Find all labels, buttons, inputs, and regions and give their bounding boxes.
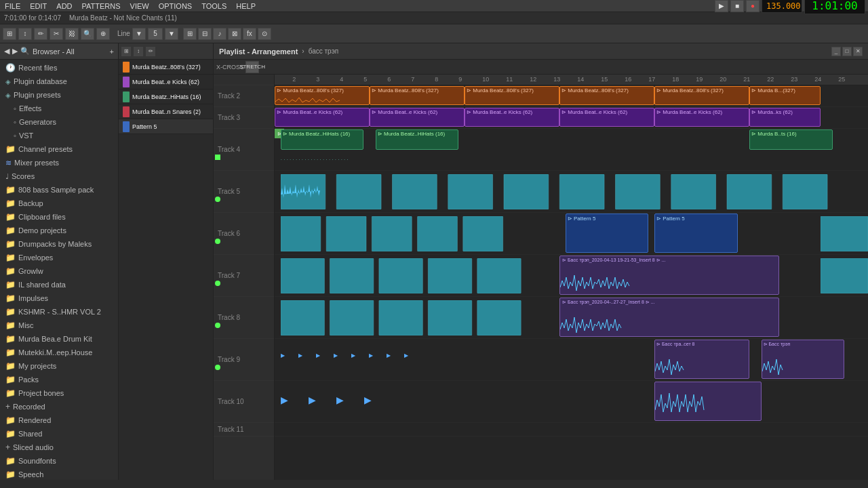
clip-808-3[interactable]: ⊳ Murda Beatz..808's (327)	[465, 86, 559, 105]
sidebar-item-sliced[interactable]: + Sliced audio	[0, 441, 118, 454]
sidebar-item-misc[interactable]: 📁 Misc	[0, 319, 118, 332]
sidebar-item-backup[interactable]: 📁 Backup	[0, 197, 118, 210]
sidebar-item-demo[interactable]: 📁 Demo projects	[0, 224, 118, 237]
clip-bass-trap-9a[interactable]: ⊳ Басс тра..сет 8	[654, 340, 749, 379]
track-label-2: Track 2	[214, 85, 274, 107]
clip-kicks-6[interactable]: ⊳ Murda..ks (62)	[749, 108, 821, 127]
pattern-header-btn2[interactable]: ↕	[134, 47, 143, 56]
sidebar-forward-btn[interactable]: ▶	[12, 47, 18, 56]
clip-pattern5-1[interactable]: ⊳ Pattern 5	[566, 214, 649, 253]
tb-browser[interactable]: ⊙	[258, 28, 271, 40]
pattern-item-pattern5[interactable]: Pattern 5	[119, 119, 213, 134]
tb-btn-6[interactable]: 🔍	[81, 28, 94, 40]
sidebar-item-kshmr[interactable]: 📁 KSHMR - S..HMR VOL 2	[0, 305, 118, 319]
menu-help[interactable]: HELP	[234, 2, 258, 10]
clip-bass-trap-9b[interactable]: ⊳ Басс трэп	[762, 340, 845, 379]
tb-btn-3[interactable]: ✏	[34, 28, 47, 40]
clip-kicks-2[interactable]: ⊳ Murda Beat..e Kicks (62)	[370, 108, 465, 127]
sidebar-add-btn[interactable]: +	[110, 47, 114, 56]
playlist-maximize-btn[interactable]: □	[842, 47, 852, 56]
clip-808-2[interactable]: ⊳ Murda Beatz..808's (327)	[370, 86, 465, 105]
tb-btn-8[interactable]: ▼	[132, 28, 146, 40]
pattern-header-btn1[interactable]: ⊞	[121, 47, 131, 56]
pattern-item-808[interactable]: Murda Beatz..808's (327)	[119, 60, 213, 75]
sidebar-item-murda-drum[interactable]: 📁 Murda Bea.e Drum Kit	[0, 332, 118, 346]
clip-kicks-4[interactable]: ⊳ Murda Beat..e Kicks (62)	[559, 108, 654, 127]
tb-btn-5[interactable]: ⛓	[65, 28, 79, 40]
tb-btn-7[interactable]: ⊕	[96, 28, 110, 40]
sidebar-item-drumpacks[interactable]: 📁 Drumpacks by Maleks	[0, 237, 118, 251]
clip-hihat-2[interactable]: ⊳ Murda Beatz..HiHats (16)	[376, 129, 459, 150]
sidebar-item-mixer-presets[interactable]: ≋ Mixer presets	[0, 156, 118, 169]
sidebar-search-btn[interactable]: 🔍	[20, 47, 30, 56]
tb-mix[interactable]: ⊞	[183, 28, 197, 40]
tb-fx[interactable]: fx	[243, 28, 256, 40]
sidebar-item-generators[interactable]: ◦ Generators	[0, 115, 118, 129]
sidebar-item-impulses[interactable]: 📁 Impulses	[0, 291, 118, 305]
sidebar-item-channel-presets[interactable]: 📁 Channel presets	[0, 142, 118, 156]
sidebar-item-scores[interactable]: ♩ Scores	[0, 169, 118, 183]
sidebar-item-recent[interactable]: 🕐 Recent files	[0, 61, 118, 75]
sidebar-item-myprojects[interactable]: 📁 My projects	[0, 359, 118, 373]
transport-record[interactable]: ●	[746, 0, 760, 12]
tb-arr[interactable]: ⊟	[198, 28, 212, 40]
clip-808-5[interactable]: ⊳ Murda Beatz..808's (327)	[654, 86, 749, 105]
pattern-item-hihats[interactable]: Murda Beatz..HiHats (16)	[119, 89, 213, 104]
tb-btn-9[interactable]: ▼	[165, 28, 178, 40]
pattern-item-snares[interactable]: Murda Beat..n Snares (2)	[119, 104, 213, 119]
clip-bass-trap-8[interactable]: ⊳ Басс трэп_2020-04-..27-27_Insert 8 ⊳ .…	[559, 298, 779, 337]
clip-kicks-3[interactable]: ⊳ Murda Beat..e Kicks (62)	[465, 108, 559, 127]
playlist-minimize-btn[interactable]: _	[831, 47, 841, 56]
tb-step[interactable]: ⊠	[228, 28, 241, 40]
svg-rect-15	[821, 216, 868, 251]
pattern-item-kicks[interactable]: Murda Beat..e Kicks (62)	[119, 75, 213, 89]
transport-play[interactable]: ▶	[715, 0, 728, 12]
clip-track10-end[interactable]	[654, 382, 762, 421]
sidebar-item-mutekki[interactable]: 📁 Mutekki.M..eep.House	[0, 346, 118, 359]
sidebar-item-rendered[interactable]: 📁 Rendered	[0, 413, 118, 427]
menu-add[interactable]: ADD	[54, 2, 74, 10]
tempo-display[interactable]: 135.000	[762, 0, 802, 13]
tb-piano[interactable]: ♪	[213, 28, 226, 40]
menu-tools[interactable]: TOOLS	[199, 2, 229, 10]
clip-hihat-1[interactable]: ⊳ Murda Beatz..HiHats (16)	[281, 129, 364, 150]
clip-hihat-end[interactable]: ⊳ Murda B..ts (16)	[749, 129, 833, 150]
sidebar-item-shared[interactable]: 📁 Shared	[0, 427, 118, 441]
pattern-header-btn3[interactable]: ✏	[146, 47, 155, 56]
tb-snap-value[interactable]: 5	[148, 28, 163, 40]
svg-rect-12	[372, 216, 412, 251]
sidebar-item-recorded[interactable]: + Recorded	[0, 400, 118, 413]
tb-btn-4[interactable]: ✂	[50, 28, 63, 40]
sidebar-item-clipboard[interactable]: 📁 Clipboard files	[0, 210, 118, 224]
sidebar-back-btn[interactable]: ◀	[4, 47, 9, 56]
clip-kicks-5[interactable]: ⊳ Murda Beat..e Kicks (62)	[654, 108, 749, 127]
sidebar-item-808[interactable]: 📁 808 bass Sample pack	[0, 183, 118, 197]
sidebar-item-vst[interactable]: ◦ VST	[0, 129, 118, 142]
menu-edit[interactable]: EDIT	[28, 2, 49, 10]
sidebar-item-soundfonts[interactable]: 📁 Soundfonts	[0, 454, 118, 468]
sidebar-item-growlw[interactable]: 📁 Growlw	[0, 264, 118, 278]
sidebar-item-speech[interactable]: 📁 Speech	[0, 468, 118, 480]
playlist-close-btn[interactable]: ✕	[853, 47, 863, 56]
menu-options[interactable]: OPTIONS	[157, 2, 195, 10]
clip-808-4[interactable]: ⊳ Murda Beatz..808's (327)	[559, 86, 654, 105]
sidebar-item-plugin-db[interactable]: ◈ Plugin database	[0, 75, 118, 88]
menu-patterns[interactable]: PATTERNS	[80, 2, 123, 10]
tb-btn-2[interactable]: ↕	[18, 28, 32, 40]
clip-808-1[interactable]: ⊳ Murda Beatz..808's (327)	[275, 86, 370, 105]
stretch-btn[interactable]: STRETCH	[245, 61, 259, 73]
clip-bass-trap-7[interactable]: ⊳ Басс трэп_2020-04-13 19-21-53_Insert 8…	[559, 256, 779, 295]
clip-pattern5-2[interactable]: ⊳ Pattern 5	[654, 214, 738, 253]
menu-view[interactable]: VIEW	[128, 2, 151, 10]
sidebar-item-effects[interactable]: ◦ Effects	[0, 102, 118, 115]
sidebar-item-il-shared[interactable]: 📁 IL shared data	[0, 278, 118, 291]
menu-file[interactable]: FILE	[3, 2, 22, 10]
sidebar-item-project-bones[interactable]: 📁 Project bones	[0, 386, 118, 400]
sidebar-item-packs[interactable]: 📁 Packs	[0, 373, 118, 386]
sidebar-item-envelopes[interactable]: 📁 Envelopes	[0, 251, 118, 264]
clip-kicks-1[interactable]: ⊳ Murda Beat..e Kicks (62)	[275, 108, 370, 127]
sidebar-item-plugin-presets[interactable]: ◈ Plugin presets	[0, 88, 118, 102]
tb-btn-1[interactable]: ⊞	[3, 28, 16, 40]
transport-stop[interactable]: ■	[730, 0, 744, 12]
clip-808-6[interactable]: ⊳ Murda B...(327)	[749, 86, 821, 105]
